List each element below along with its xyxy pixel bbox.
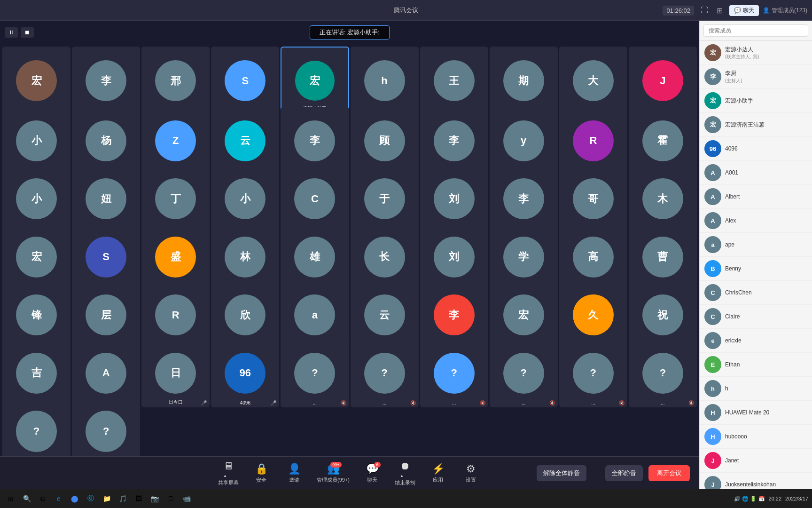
avatar: A bbox=[704, 164, 721, 181]
video-cell[interactable]: ?...🔇 bbox=[281, 339, 349, 407]
avatar: 宏 bbox=[704, 44, 721, 61]
apps-label: 应用 bbox=[433, 476, 443, 484]
list-item[interactable]: hh bbox=[700, 377, 812, 401]
list-item[interactable]: 李李厨(主持人) bbox=[700, 65, 812, 89]
list-item[interactable]: 宏宏源济南王洁蒽 bbox=[700, 113, 812, 137]
main-content: 正在讲话: 宏源小助手; ⏸ ⏹ 宏宏源小达人🎤李李厨🎤邢邢小鹿🎤SShanno… bbox=[0, 21, 812, 489]
app4-icon[interactable]: 🗒 bbox=[164, 492, 178, 505]
video-cell[interactable]: SShannon🎤 bbox=[211, 47, 279, 115]
list-item[interactable]: AAlex bbox=[700, 209, 812, 233]
participant-name: ... bbox=[629, 400, 697, 405]
list-item[interactable]: AA001 bbox=[700, 161, 812, 185]
unmute-all-button[interactable]: 解除全体静音 bbox=[537, 465, 586, 481]
avatar: A bbox=[704, 212, 721, 229]
mic-status-icon: 🎤 bbox=[271, 400, 276, 405]
leave-meeting-button[interactable]: 离开会议 bbox=[648, 465, 690, 481]
avatar: 李 bbox=[704, 68, 721, 85]
video-cell[interactable]: ?...🔇 bbox=[559, 339, 627, 407]
chat-label: 聊天 bbox=[743, 7, 754, 15]
video-cell[interactable]: 宏宏源小助手🎤 bbox=[281, 47, 349, 115]
video-cell[interactable]: ?...🔇 bbox=[2, 397, 70, 456]
list-item[interactable]: HHUAWEI Mate 20 bbox=[700, 401, 812, 425]
video-cell[interactable]: 王王安成18866856566🎤 bbox=[420, 47, 488, 115]
toolbar-item-chat[interactable]: 6💬聊天 bbox=[358, 460, 386, 486]
list-item[interactable]: EEthan bbox=[700, 353, 812, 377]
list-item[interactable]: aape bbox=[700, 233, 812, 257]
toolbar-item-apps[interactable]: ⚡应用 bbox=[424, 460, 452, 486]
member-info: A001 bbox=[725, 169, 807, 176]
toolbar-item-security[interactable]: 🔒安全 bbox=[247, 460, 275, 486]
video-cell[interactable]: JJanet🎤 bbox=[629, 47, 697, 115]
settings-icon: ⚙ bbox=[466, 463, 476, 475]
layout-icon[interactable]: ⊞ bbox=[714, 5, 726, 16]
toolbar-item-settings[interactable]: ⚙设置 bbox=[457, 460, 485, 486]
video-cell[interactable]: 邢邢小鹿🎤 bbox=[141, 47, 210, 115]
member-name: Juoksentelisinkohan bbox=[725, 481, 807, 488]
toolbar-item-members[interactable]: 99+👥管理成员(99+) bbox=[313, 460, 353, 486]
list-item[interactable]: JJanet bbox=[700, 449, 812, 473]
mic-status-icon: 🔇 bbox=[549, 400, 555, 405]
member-role: (联席主持人, 我) bbox=[725, 54, 807, 60]
meeting-taskbar-icon[interactable]: 📹 bbox=[180, 492, 194, 505]
video-cell[interactable]: hh🎤 bbox=[351, 47, 419, 115]
chat-button[interactable]: 💬 聊天 bbox=[729, 5, 759, 16]
list-item[interactable]: BBenny bbox=[700, 257, 812, 281]
controls-top-left: ⏸ ⏹ bbox=[5, 27, 34, 38]
start-button[interactable]: ⊞ bbox=[4, 492, 18, 505]
manage-members-button[interactable]: 👤 管理成员(123) bbox=[763, 7, 807, 15]
edge-icon[interactable]: e bbox=[52, 492, 66, 505]
settings-label: 设置 bbox=[466, 476, 476, 484]
video-cell[interactable]: ?...🔇 bbox=[351, 339, 419, 407]
avatar: H bbox=[704, 428, 721, 445]
fullscreen-icon[interactable]: ⛶ bbox=[698, 5, 711, 16]
app2-icon[interactable]: 🖼 bbox=[132, 492, 146, 505]
participant-name: ... bbox=[281, 400, 349, 405]
video-cell[interactable]: 日日今口🎤 bbox=[141, 339, 210, 407]
toolbar-item-share[interactable]: 🖥 ▲共享屏幕 bbox=[214, 458, 242, 489]
video-cell[interactable]: ?...🔇 bbox=[629, 339, 697, 407]
app1-icon[interactable]: 🎵 bbox=[116, 492, 130, 505]
list-item[interactable]: eericxie bbox=[700, 329, 812, 353]
list-item[interactable]: Hhuboooo bbox=[700, 425, 812, 449]
member-name: 李厨 bbox=[725, 70, 807, 78]
invite-label: 邀请 bbox=[289, 476, 299, 484]
avatar: J bbox=[704, 452, 721, 469]
chrome-icon[interactable]: ⬤ bbox=[68, 492, 82, 505]
list-item[interactable]: CClaire bbox=[700, 305, 812, 329]
toolbar-item-record[interactable]: ⏺ ▲结束录制 bbox=[391, 458, 419, 489]
video-cell[interactable]: 大大鹏🔇 bbox=[559, 47, 627, 115]
video-cell[interactable]: ?...🔇 bbox=[72, 397, 140, 456]
member-info: ChrisChen bbox=[725, 289, 807, 296]
mute-all-button[interactable]: 全部静音 bbox=[605, 465, 643, 481]
search-input[interactable] bbox=[703, 24, 808, 37]
list-item[interactable]: 宏宏源小达人(联席主持人, 我) bbox=[700, 41, 812, 65]
video-cell[interactable]: ?...🔇 bbox=[490, 339, 558, 407]
toolbar-item-invite[interactable]: 👤邀请 bbox=[280, 460, 308, 486]
avatar: E bbox=[704, 356, 721, 373]
video-cell[interactable]: 期期货何🎤 bbox=[490, 47, 558, 115]
mic-status-icon: 🔇 bbox=[410, 400, 416, 405]
file-explorer-icon[interactable]: 📁 bbox=[100, 492, 114, 505]
list-item[interactable]: 宏宏源小助手 bbox=[700, 89, 812, 113]
pause-button[interactable]: ⏸ bbox=[5, 27, 18, 38]
stop-button[interactable]: ⏹ bbox=[21, 27, 34, 38]
list-item[interactable]: 964096 bbox=[700, 137, 812, 161]
video-cell[interactable]: 964096🎤 bbox=[211, 339, 279, 407]
apps-icon: ⚡ bbox=[432, 463, 445, 475]
clock: 🔊 🌐 🔋 📅 bbox=[734, 496, 765, 502]
avatar: H bbox=[704, 404, 721, 421]
member-info: 李厨(主持人) bbox=[725, 70, 807, 84]
search-taskbar[interactable]: 🔍 bbox=[20, 492, 34, 505]
avatar: a bbox=[704, 236, 721, 253]
ie-icon[interactable]: ⓔ bbox=[84, 492, 98, 505]
list-item[interactable]: JJuoksentelisinkohan bbox=[700, 473, 812, 489]
list-item[interactable]: CChrisChen bbox=[700, 281, 812, 305]
app3-icon[interactable]: 📷 bbox=[148, 492, 162, 505]
list-item[interactable]: AAlbert bbox=[700, 185, 812, 209]
taskview-button[interactable]: ⧉ bbox=[36, 492, 50, 505]
video-cell[interactable]: 李李厨🎤 bbox=[72, 47, 140, 115]
member-name: Albert bbox=[725, 193, 807, 200]
member-name: 宏源济南王洁蒽 bbox=[725, 121, 807, 129]
video-cell[interactable]: 宏宏源小达人🎤 bbox=[2, 47, 70, 115]
video-cell[interactable]: ?...🔇 bbox=[420, 339, 488, 407]
